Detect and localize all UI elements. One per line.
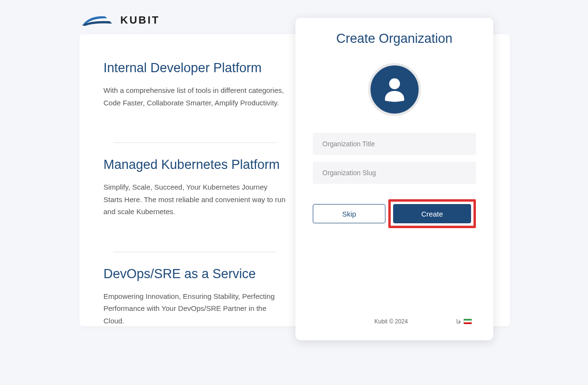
user-icon [380, 74, 409, 105]
feature-description: Empowering Innovation, Ensuring Stabilit… [103, 290, 286, 327]
organization-slug-input[interactable] [313, 162, 476, 184]
divider [113, 142, 277, 143]
language-switcher[interactable]: فا [456, 318, 472, 325]
organization-title-input[interactable] [313, 133, 476, 155]
brand-logo: KUBIT [81, 11, 160, 29]
skip-button[interactable]: Skip [313, 204, 385, 223]
organization-form [313, 133, 476, 184]
create-organization-modal: Create Organization Skip Create Kubit © … [295, 18, 493, 340]
boat-logo-icon [81, 11, 115, 29]
lang-label: فا [456, 318, 461, 325]
create-button[interactable]: Create [393, 204, 471, 223]
copyright-text: Kubit © 2024 [374, 318, 408, 325]
avatar-circle [368, 63, 421, 116]
divider [113, 252, 277, 252]
svg-point-0 [389, 78, 400, 90]
avatar-upload[interactable] [313, 63, 476, 116]
create-button-highlight: Create [388, 199, 476, 228]
iran-flag-icon [463, 319, 472, 324]
modal-footer: Kubit © 2024 فا [313, 318, 476, 327]
feature-description: Simplify, Scale, Succeed, Your Kubernete… [103, 181, 286, 218]
action-buttons: Skip Create [313, 199, 476, 228]
modal-title: Create Organization [313, 31, 476, 46]
feature-description: With a comprehensive list of tools in di… [103, 84, 286, 109]
brand-name: KUBIT [120, 14, 160, 26]
